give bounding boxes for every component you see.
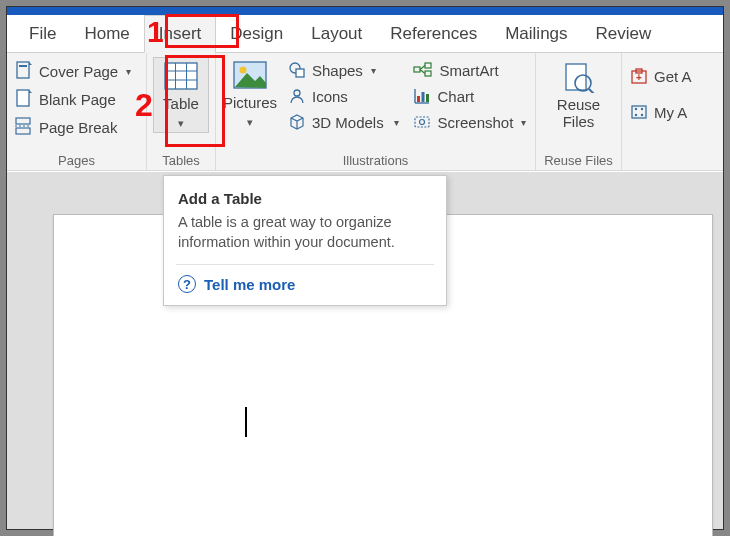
reuse-files-icon: [561, 61, 597, 93]
ribbon-tabs: File Home Insert Design Layout Reference…: [7, 15, 723, 53]
pictures-button[interactable]: Pictures ▾: [222, 57, 278, 131]
chevron-down-icon: ▾: [371, 65, 376, 76]
addins-icon: [630, 103, 648, 121]
reuse-files-button[interactable]: Reuse Files: [544, 57, 614, 132]
svg-rect-1: [19, 65, 27, 67]
tab-home[interactable]: Home: [70, 16, 143, 52]
svg-rect-14: [296, 69, 304, 77]
tab-mailings[interactable]: Mailings: [491, 16, 581, 52]
chevron-down-icon: ▾: [178, 117, 184, 130]
chart-button[interactable]: Chart: [411, 85, 528, 107]
reuse-files-label: Reuse Files: [557, 97, 600, 130]
group-tables-label: Tables: [153, 151, 209, 168]
help-icon: ?: [178, 275, 196, 293]
store-icon: +: [630, 67, 648, 85]
get-addins-label: Get A: [654, 68, 692, 85]
svg-line-28: [589, 89, 594, 93]
tab-file[interactable]: File: [15, 16, 70, 52]
svg-point-36: [641, 114, 643, 116]
shapes-icon: [288, 61, 306, 79]
tab-design[interactable]: Design: [216, 16, 297, 52]
tab-references[interactable]: References: [376, 16, 491, 52]
page-break-button[interactable]: Page Break: [13, 115, 133, 139]
svg-point-15: [294, 90, 300, 96]
3d-models-button[interactable]: 3D Models ▾: [286, 111, 401, 133]
page-break-label: Page Break: [39, 119, 117, 136]
group-reuse-label: Reuse Files: [542, 151, 615, 168]
chart-label: Chart: [437, 88, 474, 105]
group-addins-label: [628, 151, 694, 168]
blank-page-label: Blank Page: [39, 91, 116, 108]
ribbon: Cover Page ▾ Blank Page Page Break: [7, 53, 723, 171]
my-addins-button[interactable]: My A: [628, 101, 694, 123]
cover-page-icon: [15, 61, 33, 81]
screenshot-button[interactable]: Screenshot ▾: [411, 111, 528, 133]
tab-layout[interactable]: Layout: [297, 16, 376, 52]
icons-label: Icons: [312, 88, 348, 105]
group-illustrations-label: Illustrations: [222, 151, 529, 168]
pictures-icon: [233, 61, 267, 91]
tooltip-body: A table is a great way to organize infor…: [178, 213, 432, 252]
blank-page-icon: [15, 89, 33, 109]
smartart-icon: [413, 61, 433, 79]
svg-rect-6: [165, 63, 197, 89]
group-illustrations: Pictures ▾ Shapes ▾ I: [216, 53, 536, 170]
app-window: File Home Insert Design Layout Reference…: [6, 6, 724, 530]
tab-insert[interactable]: Insert: [144, 15, 217, 53]
group-tables: Table ▾ Tables: [147, 53, 216, 170]
svg-rect-17: [425, 63, 431, 68]
tooltip-separator: [176, 264, 434, 265]
svg-point-35: [635, 114, 637, 116]
screenshot-icon: [413, 113, 431, 131]
svg-point-34: [641, 108, 643, 110]
page-break-icon: [15, 117, 33, 137]
icons-button[interactable]: Icons: [286, 85, 401, 107]
group-addins: + Get A My A: [622, 53, 700, 170]
group-pages: Cover Page ▾ Blank Page Page Break: [7, 53, 147, 170]
chevron-down-icon: ▾: [521, 117, 526, 128]
table-label: Table: [163, 96, 199, 113]
svg-point-12: [240, 67, 247, 74]
svg-rect-18: [425, 71, 431, 76]
svg-rect-16: [414, 67, 420, 72]
screenshot-label: Screenshot: [437, 114, 513, 131]
text-cursor: [245, 407, 247, 437]
cube-icon: [288, 113, 306, 131]
get-addins-button[interactable]: + Get A: [628, 65, 694, 87]
svg-point-33: [635, 108, 637, 110]
3d-models-label: 3D Models: [312, 114, 384, 131]
blank-page-button[interactable]: Blank Page: [13, 87, 133, 111]
svg-rect-4: [16, 128, 30, 134]
svg-rect-2: [17, 90, 29, 106]
svg-text:+: +: [636, 72, 642, 83]
svg-rect-21: [417, 96, 420, 102]
icons-icon: [288, 87, 306, 105]
titlebar: [7, 7, 723, 15]
chart-icon: [413, 87, 431, 105]
table-button[interactable]: Table ▾: [153, 57, 209, 133]
group-pages-label: Pages: [13, 151, 140, 168]
tooltip-title: Add a Table: [178, 190, 432, 207]
tab-review[interactable]: Review: [582, 16, 666, 52]
svg-rect-32: [632, 106, 646, 118]
svg-point-25: [420, 120, 425, 125]
chevron-down-icon: ▾: [247, 116, 253, 129]
chevron-down-icon: ▾: [126, 66, 131, 77]
tell-me-more-link[interactable]: ? Tell me more: [178, 275, 432, 293]
svg-rect-24: [415, 117, 429, 127]
table-icon: [164, 62, 198, 92]
svg-rect-23: [426, 94, 429, 102]
tooltip-add-table: Add a Table A table is a great way to or…: [163, 175, 447, 306]
svg-rect-3: [16, 118, 30, 124]
shapes-label: Shapes: [312, 62, 363, 79]
pictures-label: Pictures: [223, 95, 277, 112]
shapes-button[interactable]: Shapes ▾: [286, 59, 401, 81]
chevron-down-icon: ▾: [392, 117, 400, 128]
tell-me-more-label: Tell me more: [204, 276, 295, 293]
smartart-button[interactable]: SmartArt: [411, 59, 528, 81]
cover-page-label: Cover Page: [39, 63, 118, 80]
my-addins-label: My A: [654, 104, 687, 121]
svg-rect-0: [17, 62, 29, 78]
cover-page-button[interactable]: Cover Page ▾: [13, 59, 133, 83]
group-reuse-files: Reuse Files Reuse Files: [536, 53, 622, 170]
